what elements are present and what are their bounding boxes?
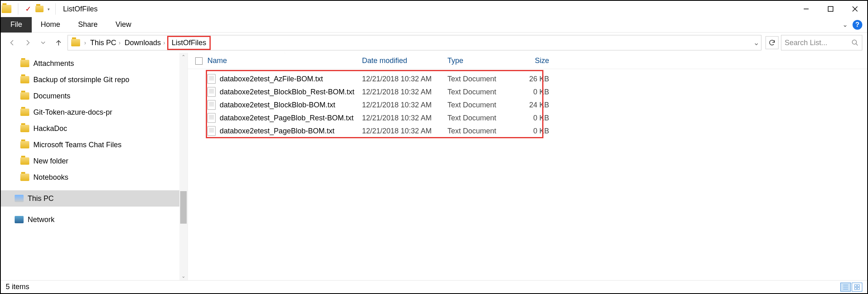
recent-folder-icon[interactable] (35, 5, 44, 13)
ribbon: File Home Share View ⌄ ? (1, 17, 867, 33)
tab-view[interactable]: View (107, 17, 140, 33)
title-bar-left: ✓ ▾ ListOfFiles (1, 3, 98, 15)
file-name: databoxe2etest_BlockBlob_Rest-BOM.txt (220, 88, 362, 96)
svg-rect-12 (855, 287, 857, 290)
sidebar-scrollbar[interactable]: ⌃ ⌄ (179, 53, 188, 280)
status-bar: 5 items (1, 280, 867, 293)
search-icon (851, 39, 859, 46)
pc-icon (15, 195, 24, 202)
address-bar[interactable]: › This PC› Downloads› ListOfFiles ⌄ (68, 35, 761, 50)
breadcrumb-sep[interactable]: › (82, 39, 89, 46)
divider (18, 3, 18, 15)
column-label: Name (207, 57, 227, 65)
tab-share[interactable]: Share (69, 17, 107, 33)
folder-icon (71, 39, 80, 46)
breadcrumb-this-pc[interactable]: This PC› (90, 39, 123, 47)
file-date: 12/21/2018 10:32 AM (362, 101, 447, 109)
text-file-icon (207, 87, 216, 97)
sidebar-item-label: Git-Token-azure-docs-pr (33, 108, 112, 117)
scroll-thumb[interactable] (180, 191, 187, 224)
chevron-down-icon[interactable]: ⌄ (753, 38, 759, 47)
help-icon[interactable]: ? (853, 20, 862, 30)
sidebar-item-label: Attachments (33, 59, 74, 68)
navigation-pane: AttachmentsBackup of storsimple Git repo… (1, 53, 188, 280)
window-title: ListOfFiles (60, 5, 98, 13)
quick-access-toolbar: ✓ ▾ (15, 3, 58, 15)
window-controls (794, 1, 867, 17)
breadcrumb-label: Downloads (124, 39, 161, 47)
status-text: 5 items (6, 283, 29, 291)
file-size: 24 KB (508, 101, 557, 109)
sidebar-item[interactable]: Attachments (1, 55, 188, 72)
sidebar-item[interactable]: HackaDoc (1, 120, 188, 137)
folder-icon (20, 109, 29, 116)
file-type: Text Document (447, 101, 508, 109)
file-size: 26 KB (508, 75, 557, 83)
folder-icon (20, 157, 29, 165)
file-name: databoxe2etest_AzFile-BOM.txt (220, 75, 362, 83)
ribbon-expand-icon[interactable]: ⌄ (842, 21, 848, 28)
file-row[interactable]: databoxe2etest_PageBlob-BOM.txt12/21/201… (195, 124, 867, 137)
sidebar-item[interactable]: Git-Token-azure-docs-pr (1, 104, 188, 120)
details-view-button[interactable] (840, 283, 851, 292)
close-button[interactable] (843, 1, 867, 17)
column-header-date[interactable]: Date modified (362, 57, 447, 65)
file-row[interactable]: databoxe2etest_BlockBlob-BOM.txt12/21/20… (195, 98, 867, 111)
breadcrumb-downloads[interactable]: Downloads› (124, 39, 168, 47)
sidebar-item-label: Network (28, 216, 55, 224)
up-button[interactable] (52, 36, 65, 49)
sidebar-item[interactable]: Documents (1, 88, 188, 104)
tab-home[interactable]: Home (32, 17, 69, 33)
sidebar-item[interactable]: Backup of storsimple Git repo (1, 72, 188, 88)
text-file-icon (207, 126, 216, 136)
file-size: 0 KB (508, 127, 557, 135)
forward-button[interactable] (21, 36, 34, 49)
scroll-down-icon[interactable]: ⌄ (179, 272, 188, 280)
thumbnails-view-button[interactable] (852, 283, 862, 292)
refresh-button[interactable] (765, 36, 779, 49)
search-input[interactable]: Search List... (781, 35, 862, 50)
file-row[interactable]: databoxe2etest_BlockBlob_Rest-BOM.txt12/… (195, 85, 867, 98)
svg-rect-10 (855, 285, 857, 287)
svg-line-6 (856, 44, 858, 46)
svg-rect-13 (857, 287, 859, 290)
sidebar-item[interactable]: Notebooks (1, 169, 188, 185)
back-button[interactable] (6, 36, 19, 49)
qat-dropdown-icon[interactable]: ▾ (48, 7, 50, 11)
file-date: 12/21/2018 10:32 AM (362, 88, 447, 96)
file-name: databoxe2etest_PageBlob_Rest-BOM.txt (220, 114, 362, 122)
explorer-window: ✓ ▾ ListOfFiles File Home Share View ⌄ ? (0, 0, 868, 294)
file-type: Text Document (447, 75, 508, 83)
recent-locations-button[interactable] (37, 36, 50, 49)
select-all-checkbox[interactable] (195, 57, 207, 65)
scroll-up-icon[interactable]: ⌃ (179, 53, 188, 61)
folder-icon (20, 125, 29, 132)
maximize-button[interactable] (818, 1, 843, 17)
sidebar-item[interactable]: New folder (1, 153, 188, 169)
file-type: Text Document (447, 88, 508, 96)
sidebar-item-this-pc[interactable]: This PC (1, 190, 188, 207)
file-menu-button[interactable]: File (1, 17, 32, 33)
sidebar-item-label: HackaDoc (33, 124, 67, 133)
main-area: AttachmentsBackup of storsimple Git repo… (1, 53, 867, 280)
properties-icon[interactable]: ✓ (24, 5, 32, 13)
file-date: 12/21/2018 10:32 AM (362, 114, 447, 122)
sidebar-item[interactable]: Microsoft Teams Chat Files (1, 137, 188, 153)
folder-icon (20, 76, 29, 83)
view-switcher (840, 283, 862, 292)
column-header-size[interactable]: Size (508, 57, 557, 65)
sidebar-item-label: Microsoft Teams Chat Files (33, 141, 122, 149)
folder-icon (20, 60, 29, 67)
minimize-button[interactable] (794, 1, 818, 17)
file-type: Text Document (447, 127, 508, 135)
sidebar-item-network[interactable]: Network (1, 211, 188, 228)
file-row[interactable]: databoxe2etest_AzFile-BOM.txt12/21/2018 … (195, 72, 867, 85)
column-header-name[interactable]: ⌃ Name (207, 57, 362, 65)
breadcrumb-listoffiles[interactable]: ListOfFiles (169, 38, 209, 48)
folder-icon (20, 174, 29, 181)
file-date: 12/21/2018 10:32 AM (362, 127, 447, 135)
column-headers: ⌃ Name Date modified Type Size (188, 53, 867, 69)
column-header-type[interactable]: Type (447, 57, 508, 65)
file-row[interactable]: databoxe2etest_PageBlob_Rest-BOM.txt12/2… (195, 111, 867, 124)
svg-point-5 (852, 40, 857, 44)
